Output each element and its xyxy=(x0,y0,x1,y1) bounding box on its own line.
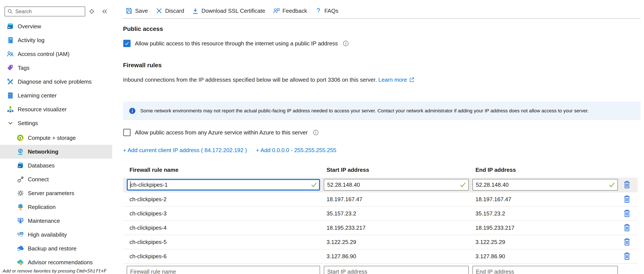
tags-icon xyxy=(6,64,14,72)
feedback-button[interactable]: Feedback xyxy=(273,7,307,14)
add-rule-links: + Add current client IP address ( 84.172… xyxy=(123,147,336,154)
sidebar-item-resource-visualizer[interactable]: Resource visualizer xyxy=(0,102,112,116)
firewall-rules-heading: Firewall rules xyxy=(123,62,162,69)
collapse-sidebar-icon[interactable] xyxy=(101,8,108,15)
add-all-ips-link[interactable]: + Add 0.0.0.0 - 255.255.255.255 xyxy=(256,147,336,154)
compute-storage-icon: $ xyxy=(16,134,24,142)
azure-services-checkbox-label: Allow public access from any Azure servi… xyxy=(135,129,308,136)
start-ip-cell[interactable]: 3.122.25.29 xyxy=(324,239,472,245)
rule-name-cell[interactable]: ch-clickpipes-5 xyxy=(123,239,324,245)
end-ip-cell[interactable]: 18.197.167.47 xyxy=(472,196,620,203)
save-button[interactable]: Save xyxy=(126,7,148,14)
end-ip-cell[interactable]: 35.157.23.2 xyxy=(472,210,620,217)
delete-rule-button[interactable] xyxy=(622,237,632,247)
end-ip-cell[interactable]: 3.127.86.90 xyxy=(472,253,620,260)
rule-name-cell[interactable]: ch-clickpipes-2 xyxy=(123,196,324,203)
firewall-rule-row-editing xyxy=(123,178,638,192)
learn-more-link[interactable]: Learn more xyxy=(378,77,414,83)
sidebar-item-high-availability[interactable]: High availability xyxy=(0,228,112,241)
discard-label: Discard xyxy=(165,8,184,14)
rule-rows: ch-clickpipes-218.197.167.4718.197.167.4… xyxy=(123,192,638,263)
sidebar-item-tags[interactable]: Tags xyxy=(0,61,112,75)
download-icon xyxy=(192,7,199,14)
delete-rule-button[interactable] xyxy=(622,223,632,232)
external-link-icon xyxy=(409,77,414,84)
new-rule-name-input[interactable] xyxy=(127,266,320,274)
sidebar-item-label: Compute + storage xyxy=(28,135,76,141)
public-access-checkbox-label: Allow public access to this resource thr… xyxy=(135,40,338,47)
info-icon[interactable] xyxy=(312,129,319,136)
sidebar-item-networking[interactable]: Networking xyxy=(0,145,112,159)
add-client-ip-link[interactable]: + Add current client IP address ( 84.172… xyxy=(123,147,247,154)
sidebar-item-diagnose-and-solve-problems[interactable]: Diagnose and solve problems xyxy=(0,75,112,89)
sidebar-item-server-parameters[interactable]: Server parameters xyxy=(0,186,112,200)
search-box[interactable] xyxy=(4,7,85,17)
sidebar-item-label: Networking xyxy=(28,148,58,155)
download-ssl-certificate-button[interactable]: Download SSL Certificate xyxy=(192,7,265,14)
start-ip-cell[interactable]: 3.127.86.90 xyxy=(324,253,472,260)
firewall-rule-row: ch-clickpipes-53.122.25.293.122.25.29 xyxy=(123,235,638,249)
new-end-ip-input[interactable] xyxy=(472,266,618,274)
firewall-rule-row: ch-clickpipes-418.195.233.21718.195.233.… xyxy=(123,220,638,235)
rule-name-input[interactable] xyxy=(127,179,320,191)
sidebar-item-settings[interactable]: Settings xyxy=(0,116,112,130)
end-ip-input[interactable] xyxy=(472,179,618,191)
firewall-rules-table: Firewall rule name Start IP address End … xyxy=(123,165,638,274)
sidebar-item-learning-center[interactable]: 101Learning center xyxy=(0,89,112,102)
new-start-ip-input[interactable] xyxy=(324,266,469,274)
diagnose-icon xyxy=(6,78,14,86)
sidebar-item-databases[interactable]: DBDatabases xyxy=(0,159,112,172)
connect-icon xyxy=(16,175,24,183)
sidebar-item-label: High availability xyxy=(28,231,67,238)
sidebar-item-backup-and-restore[interactable]: Backup and restore xyxy=(0,241,112,255)
start-ip-cell[interactable]: 18.197.167.47 xyxy=(324,196,472,203)
search-input[interactable] xyxy=(15,8,78,15)
faq-icon xyxy=(315,7,322,14)
sidebar-item-connect[interactable]: Connect xyxy=(0,172,112,186)
sidebar-item-overview[interactable]: MyOverview xyxy=(0,20,112,33)
search-icon xyxy=(7,9,13,15)
end-ip-cell[interactable]: 18.195.233.217 xyxy=(472,224,620,231)
delete-rule-button[interactable] xyxy=(622,194,632,204)
text-caret xyxy=(130,181,130,188)
discard-button[interactable]: Discard xyxy=(156,7,184,14)
svg-text:DB: DB xyxy=(18,165,21,168)
sidebar-item-label: Advisor recommendations xyxy=(28,259,93,266)
rule-name-cell[interactable]: ch-clickpipes-3 xyxy=(123,210,324,217)
header-start-ip: Start IP address xyxy=(324,167,472,173)
favorites-diamond-icon[interactable] xyxy=(88,8,96,15)
sidebar-item-label: Connect xyxy=(28,176,49,183)
delete-rule-button[interactable] xyxy=(622,180,632,189)
sidebar-item-label: Learning center xyxy=(18,92,57,99)
end-ip-cell[interactable]: 3.122.25.29 xyxy=(472,239,620,245)
delete-rule-button[interactable] xyxy=(622,209,632,218)
info-banner: Some network environments may not report… xyxy=(123,102,640,120)
azure-services-checkbox[interactable] xyxy=(123,129,130,136)
toolbar: Save Discard Download SSL Certificate Fe… xyxy=(126,5,338,17)
sidebar-item-label: Backup and restore xyxy=(28,245,76,252)
svg-text:$: $ xyxy=(20,136,21,140)
faqs-button[interactable]: FAQs xyxy=(315,7,338,14)
info-icon[interactable] xyxy=(342,40,349,47)
sidebar-item-maintenance[interactable]: Maintenance xyxy=(0,214,112,228)
favorites-hint-keys: Cmd+Shift+F xyxy=(76,268,106,273)
feedback-icon xyxy=(273,7,280,14)
public-access-checkbox[interactable] xyxy=(123,40,130,47)
delete-rule-button[interactable] xyxy=(622,251,632,261)
sidebar-item-label: Activity log xyxy=(18,37,44,44)
sidebar-item-advisor-recommendations[interactable]: Advisor recommendations xyxy=(0,255,112,269)
rule-name-cell[interactable]: ch-clickpipes-4 xyxy=(123,224,324,231)
sidebar-item-access-control-iam[interactable]: Access control (IAM) xyxy=(0,47,112,61)
start-ip-cell[interactable]: 18.195.233.217 xyxy=(324,224,472,231)
sidebar-item-compute-storage[interactable]: $Compute + storage xyxy=(0,131,112,145)
sidebar-item-label: Tags xyxy=(18,65,30,71)
resource-visualizer-icon xyxy=(6,105,14,113)
rule-name-cell[interactable]: ch-clickpipes-6 xyxy=(123,253,324,260)
maintenance-icon xyxy=(16,217,24,225)
sidebar-item-replication[interactable]: Replication xyxy=(0,200,112,214)
start-ip-cell[interactable]: 35.157.23.2 xyxy=(324,210,472,217)
sidebar-item-activity-log[interactable]: Activity log xyxy=(0,33,112,47)
start-ip-input[interactable] xyxy=(324,179,469,191)
svg-text:My: My xyxy=(8,26,11,29)
sidebar-menu: MyOverviewActivity logAccess control (IA… xyxy=(0,20,112,269)
